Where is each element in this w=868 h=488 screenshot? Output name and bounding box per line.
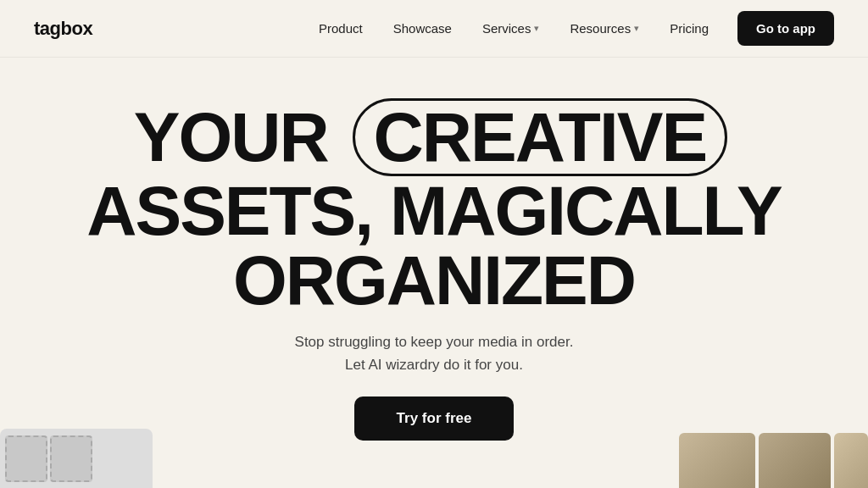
- thumbnail-right: [679, 433, 868, 488]
- hero-section: YOUR CREATIVE ASSETS, MAGICALLY ORGANIZE…: [0, 58, 868, 441]
- nav-services[interactable]: Services ▾: [470, 16, 552, 41]
- nav-resources[interactable]: Resources ▾: [558, 16, 651, 41]
- nav-pricing[interactable]: Pricing: [658, 16, 721, 41]
- hero-pill: CREATIVE: [353, 98, 728, 176]
- logo: tagbox: [34, 18, 92, 40]
- hero-subtitle: Stop struggling to keep your media in or…: [295, 330, 574, 376]
- hero-headline: YOUR CREATIVE ASSETS, MAGICALLY ORGANIZE…: [86, 98, 782, 315]
- thumbnail-image-2: [759, 433, 831, 488]
- chevron-down-icon: ▾: [534, 23, 539, 34]
- chevron-down-icon: ▾: [634, 23, 639, 34]
- nav-showcase[interactable]: Showcase: [381, 16, 464, 41]
- thumbnail-placeholder-2: [50, 435, 92, 482]
- hero-line2: ASSETS, MAGICALLY: [86, 172, 782, 249]
- hero-line3: ORGANIZED: [233, 241, 635, 319]
- bottom-preview-strip: [0, 420, 868, 488]
- goto-app-button[interactable]: Go to app: [737, 11, 834, 46]
- navbar: tagbox Product Showcase Services ▾ Resou…: [0, 0, 868, 58]
- thumbnail-left: [0, 429, 153, 488]
- thumbnail-image-3: [834, 433, 868, 488]
- nav-links: Product Showcase Services ▾ Resources ▾ …: [307, 16, 721, 41]
- nav-product[interactable]: Product: [307, 16, 375, 41]
- thumbnail-placeholder-1: [5, 435, 47, 482]
- thumbnail-image-1: [679, 433, 755, 488]
- hero-line1: YOUR: [134, 98, 328, 175]
